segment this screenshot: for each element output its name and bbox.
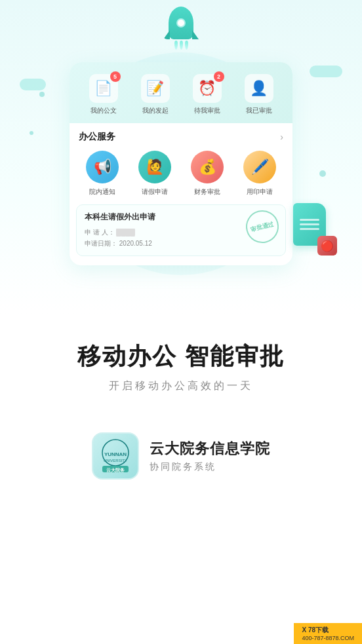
decorative-dot [319,170,326,177]
watermark: X 78下载 400-787-8878.COM [294,623,362,644]
hero-illustration: 📄 5 我的公文 📝 我的发起 ⏰ 2 待我审批 [0,0,362,314]
service-notice[interactable]: 📢 院内通知 [86,151,119,197]
app-text: 云大院务信息学院 协同院务系统 [150,439,270,473]
doc-preview: 本科生请假外出申请 申 请 人： ████ 申请日期： 2020.05.12 审… [76,204,286,256]
watermark-line2: 400-787-8878.COM [302,635,354,641]
section-arrow-icon[interactable]: › [280,132,283,142]
office-section: 办公服务 › 📢 院内通知 🙋 请假申请 💰 财务审批 🖊️ [70,123,292,204]
my-initiation-icon-box: 📝 [141,74,170,103]
applicant-value: ████ [116,229,134,236]
finance-label: 财务审批 [194,187,220,197]
already-approved-item[interactable]: 👤 我已审批 [245,74,273,115]
my-initiation-label: 我的发起 [142,106,169,115]
leave-icon: 🙋 [138,151,171,183]
app-info-section: YUNNAN UNIVERSITY 云大院务 云大院务信息学院 协同院务系统 [0,413,362,493]
decorative-dot [39,92,45,97]
doc-line [300,228,319,230]
pending-approval-badge: 2 [214,71,224,82]
doc-line [300,223,319,225]
my-documents-icon-box: 📄 5 [89,74,118,103]
decorative-bubble [310,66,342,77]
app-name: 云大院务信息学院 [150,439,270,459]
leave-label: 请假申请 [142,187,168,197]
rocket-icon [161,7,201,59]
finance-icon: 💰 [191,151,224,183]
svg-text:云大院务: 云大院务 [106,467,125,472]
service-seal[interactable]: 🖊️ 用印申请 [243,151,276,197]
already-approved-icon-box: 👤 [245,74,273,103]
quick-icons-row: 📄 5 我的公文 📝 我的发起 ⏰ 2 待我审批 [70,62,292,123]
decorative-dot [30,131,33,135]
pending-approval-label: 待我审批 [194,106,220,115]
app-desc: 协同院务系统 [150,461,270,473]
app-icon: YUNNAN UNIVERSITY 云大院务 [92,432,139,480]
section-header: 办公服务 › [79,131,283,143]
doc-line [300,219,319,221]
my-documents-item[interactable]: 📄 5 我的公文 [89,74,118,115]
decorative-bubble [20,79,46,90]
main-card: 📄 5 我的公文 📝 我的发起 ⏰ 2 待我审批 [70,62,292,265]
watermark-line1: X 78下载 [302,626,329,635]
initiation-icon: 📝 [146,80,164,97]
app-logo-svg: YUNNAN UNIVERSITY 云大院务 [99,438,132,474]
services-grid: 📢 院内通知 🙋 请假申请 💰 财务审批 🖊️ 用印申请 [79,151,283,197]
stamp-text: 审批通过 [250,219,275,234]
text-section: 移动办公 智能审批 开启移动办公高效的一天 [0,314,362,413]
sub-title: 开启移动办公高效的一天 [20,379,342,393]
my-documents-badge: 5 [110,71,121,82]
pending-approval-item[interactable]: ⏰ 2 待我审批 [193,74,222,115]
service-leave[interactable]: 🙋 请假申请 [138,151,171,197]
approved-icon: 👤 [250,80,268,97]
my-documents-label: 我的公文 [90,106,117,115]
section-title: 办公服务 [79,131,115,143]
my-initiation-item[interactable]: 📝 我的发起 [141,74,170,115]
date-value: 2020.05.12 [119,240,152,247]
svg-text:YUNNAN: YUNNAN [104,451,127,457]
seal-label: 用印申请 [247,187,273,197]
notice-icon: 📢 [86,151,119,183]
document-icon: 📄 [94,80,112,97]
applicant-label: 申 请 人： [85,229,115,236]
floating-stamp-icon: 🔴 [317,236,337,256]
seal-icon: 🖊️ [243,151,276,183]
date-label: 申请日期： [85,240,117,247]
pending-icon: ⏰ [198,80,216,97]
svg-text:UNIVERSITY: UNIVERSITY [104,459,127,463]
app-icon-inner: YUNNAN UNIVERSITY 云大院务 [93,434,138,478]
notice-label: 院内通知 [89,187,115,197]
pending-approval-icon-box: ⏰ 2 [193,74,222,103]
service-finance[interactable]: 💰 财务审批 [191,151,224,197]
main-title: 移动办公 智能审批 [20,341,342,373]
already-approved-label: 我已审批 [246,106,272,115]
